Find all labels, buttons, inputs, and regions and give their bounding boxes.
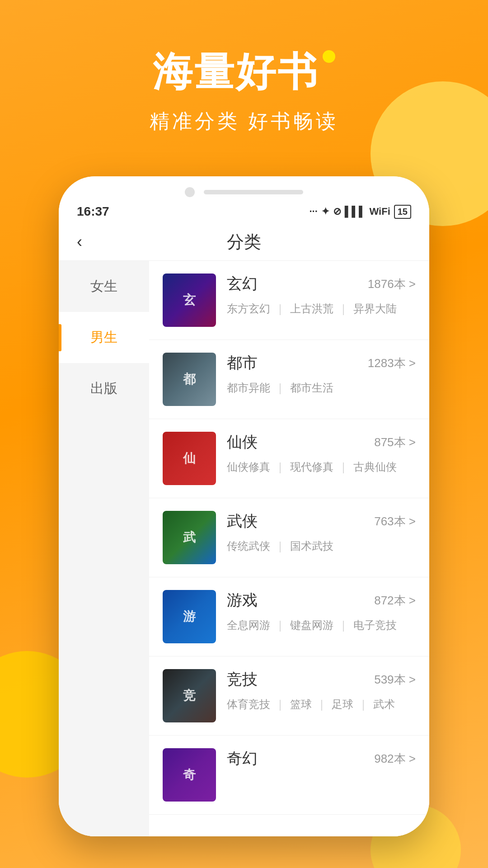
- book-info-qihuan: 奇幻 982本 >: [227, 748, 416, 776]
- book-info-xianxia: 仙侠 875本 > 仙侠修真｜现代修真｜古典仙侠: [227, 432, 416, 474]
- book-title-xuanhuan: 玄幻: [227, 274, 258, 294]
- tag-separator: ｜: [338, 461, 349, 473]
- nav-bar: ‹ 分类: [59, 223, 429, 261]
- content-area: 女生 男生 出版 玄 玄幻 1876本 > 东方玄幻｜上古洪荒｜异界大陆 都: [59, 261, 429, 836]
- book-tag: 传统武侠: [227, 540, 270, 552]
- hero-title: 海量好书: [153, 45, 319, 99]
- book-tag: 体育竞技: [227, 698, 270, 710]
- sidebar-label-publish: 出版: [90, 381, 117, 396]
- book-cover-xuanhuan: 玄: [163, 274, 216, 327]
- book-cover-qihuan: 奇: [163, 748, 216, 802]
- book-count-qihuan: 982本 >: [374, 751, 416, 767]
- book-tag: 电子竞技: [353, 619, 397, 631]
- signal-icon: ▌▌▌: [345, 206, 366, 217]
- tag-separator: ｜: [338, 619, 349, 631]
- book-title-xianxia: 仙侠: [227, 432, 258, 453]
- book-title-row-xuanhuan: 玄幻 1876本 >: [227, 274, 416, 294]
- book-title-jingji: 竞技: [227, 669, 258, 690]
- wifi-icon: WiFi: [370, 206, 390, 217]
- book-cover-text-xuanhuan: 玄: [163, 274, 216, 327]
- bluetooth-icon: ✦: [321, 206, 329, 217]
- book-title-dushi: 都市: [227, 353, 258, 373]
- book-tag: 国术武技: [290, 540, 333, 552]
- book-tag: 东方玄幻: [227, 302, 270, 315]
- book-info-youxi: 游戏 872本 > 全息网游｜键盘网游｜电子竞技: [227, 590, 416, 632]
- book-tag: 键盘网游: [290, 619, 333, 631]
- book-item-youxi[interactable]: 游 游戏 872本 > 全息网游｜键盘网游｜电子竞技: [149, 577, 429, 656]
- book-item-jingji[interactable]: 竞 竞技 539本 > 体育竞技｜篮球｜足球｜武术: [149, 656, 429, 736]
- book-item-dushi[interactable]: 都 都市 1283本 > 都市异能｜都市生活: [149, 340, 429, 419]
- battery-badge: 15: [394, 205, 411, 219]
- status-bar: 16:37 ··· ✦ ⊘ ▌▌▌ WiFi 15: [59, 197, 429, 223]
- book-cover-text-youxi: 游: [163, 590, 216, 643]
- book-info-dushi: 都市 1283本 > 都市异能｜都市生活: [227, 353, 416, 395]
- book-cover-dushi: 都: [163, 353, 216, 406]
- book-title-row-xianxia: 仙侠 875本 >: [227, 432, 416, 453]
- book-count-dushi: 1283本 >: [368, 355, 416, 371]
- sidebar-item-male[interactable]: 男生: [59, 312, 149, 363]
- sidebar-label-male: 男生: [90, 330, 117, 344]
- book-title-row-youxi: 游戏 872本 >: [227, 590, 416, 611]
- book-cover-xianxia: 仙: [163, 432, 216, 485]
- dots-icon: ···: [309, 206, 317, 217]
- tag-separator: ｜: [316, 698, 327, 710]
- book-tags-dushi: 都市异能｜都市生活: [227, 381, 416, 395]
- book-tag: 都市异能: [227, 382, 270, 394]
- book-tag: 足球: [332, 698, 353, 710]
- nfc-icon: ⊘: [333, 206, 341, 217]
- book-tag: 武术: [373, 698, 395, 710]
- book-item-qihuan[interactable]: 奇 奇幻 982本 >: [149, 736, 429, 815]
- book-tags-xuanhuan: 东方玄幻｜上古洪荒｜异界大陆: [227, 302, 416, 316]
- book-tag: 都市生活: [290, 382, 333, 394]
- tag-separator: ｜: [275, 461, 286, 473]
- status-icons: ··· ✦ ⊘ ▌▌▌ WiFi 15: [309, 205, 411, 219]
- book-title-row-jingji: 竞技 539本 >: [227, 669, 416, 690]
- book-tag: 上古洪荒: [290, 302, 333, 315]
- book-tags-youxi: 全息网游｜键盘网游｜电子竞技: [227, 618, 416, 632]
- book-count-jingji: 539本 >: [374, 672, 416, 688]
- book-info-wuxia: 武侠 763本 > 传统武侠｜国术武技: [227, 511, 416, 553]
- phone-notch-area: [59, 176, 429, 197]
- book-cover-jingji: 竞: [163, 669, 216, 722]
- book-cover-text-wuxia: 武: [163, 511, 216, 564]
- book-tag: 仙侠修真: [227, 461, 270, 473]
- book-list: 玄 玄幻 1876本 > 东方玄幻｜上古洪荒｜异界大陆 都 都市 1283本 >…: [149, 261, 429, 836]
- book-cover-text-qihuan: 奇: [163, 748, 216, 802]
- book-tags-xianxia: 仙侠修真｜现代修真｜古典仙侠: [227, 460, 416, 474]
- book-info-xuanhuan: 玄幻 1876本 > 东方玄幻｜上古洪荒｜异界大陆: [227, 274, 416, 316]
- book-title-qihuan: 奇幻: [227, 748, 258, 769]
- status-time: 16:37: [77, 204, 109, 219]
- tag-separator: ｜: [275, 619, 286, 631]
- book-tags-wuxia: 传统武侠｜国术武技: [227, 539, 416, 553]
- book-title-row-dushi: 都市 1283本 >: [227, 353, 416, 373]
- tag-separator: ｜: [275, 698, 286, 710]
- sidebar: 女生 男生 出版: [59, 261, 149, 836]
- book-count-xianxia: 875本 >: [374, 434, 416, 450]
- sidebar-item-female[interactable]: 女生: [59, 261, 149, 312]
- book-item-wuxia[interactable]: 武 武侠 763本 > 传统武侠｜国术武技: [149, 498, 429, 577]
- tag-separator: ｜: [358, 698, 369, 710]
- book-tag: 异界大陆: [353, 302, 397, 315]
- tag-separator: ｜: [275, 382, 286, 394]
- book-count-wuxia: 763本 >: [374, 514, 416, 529]
- sidebar-item-publish[interactable]: 出版: [59, 363, 149, 414]
- hero-title-wrapper: 海量好书: [153, 45, 335, 99]
- book-tag: 全息网游: [227, 619, 270, 631]
- back-button[interactable]: ‹: [77, 232, 82, 251]
- book-item-xuanhuan[interactable]: 玄 玄幻 1876本 > 东方玄幻｜上古洪荒｜异界大陆: [149, 261, 429, 340]
- tag-separator: ｜: [275, 302, 286, 315]
- hero-section: 海量好书 精准分类 好书畅读: [0, 45, 488, 135]
- hero-dot: [323, 50, 335, 63]
- tag-separator: ｜: [275, 540, 286, 552]
- nav-title: 分类: [227, 231, 261, 254]
- hero-subtitle: 精准分类 好书畅读: [0, 108, 488, 135]
- book-info-jingji: 竞技 539本 > 体育竞技｜篮球｜足球｜武术: [227, 669, 416, 712]
- book-tag: 古典仙侠: [353, 461, 397, 473]
- book-title-row-qihuan: 奇幻 982本 >: [227, 748, 416, 769]
- book-item-xianxia[interactable]: 仙 仙侠 875本 > 仙侠修真｜现代修真｜古典仙侠: [149, 419, 429, 498]
- book-title-row-wuxia: 武侠 763本 >: [227, 511, 416, 532]
- book-cover-text-jingji: 竞: [163, 669, 216, 722]
- phone-speaker: [204, 190, 303, 194]
- phone-mockup: 16:37 ··· ✦ ⊘ ▌▌▌ WiFi 15 ‹ 分类 女生 男生 出版: [59, 176, 429, 836]
- book-tags-jingji: 体育竞技｜篮球｜足球｜武术: [227, 697, 416, 712]
